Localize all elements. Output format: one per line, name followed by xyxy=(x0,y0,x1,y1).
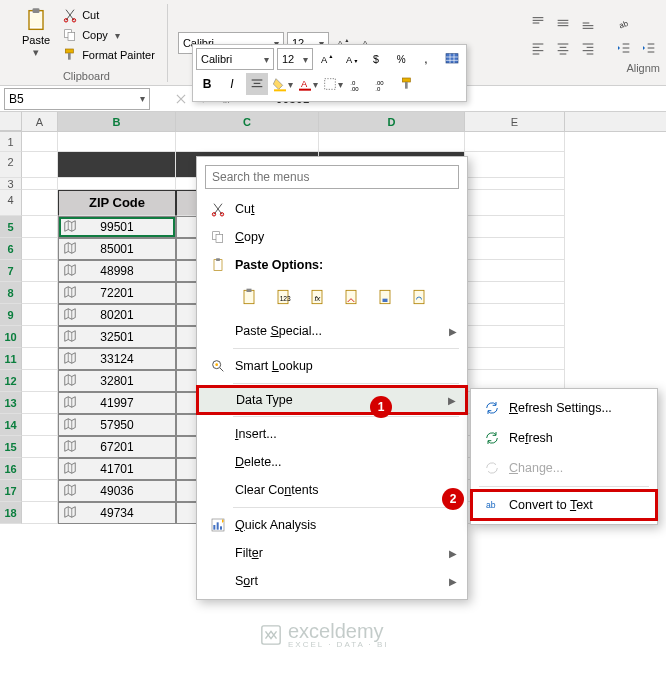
col-header[interactable]: D xyxy=(319,112,465,131)
mini-increase-decimal-icon[interactable]: .0.00 xyxy=(346,73,368,95)
geography-icon xyxy=(63,481,77,501)
align-left-icon[interactable] xyxy=(527,37,549,59)
copy-button[interactable]: Copy▾ xyxy=(58,26,159,44)
context-search-input[interactable] xyxy=(205,165,459,189)
svg-text:$: $ xyxy=(373,53,379,65)
cancel-icon[interactable] xyxy=(174,92,188,106)
paste-icon[interactable] xyxy=(235,283,263,311)
alignment-group-label: Alignm xyxy=(527,62,660,74)
sub-refresh[interactable]: Refresh xyxy=(471,423,657,453)
mini-italic-icon[interactable]: I xyxy=(221,73,243,95)
zip-cell[interactable]: 57950 xyxy=(58,414,176,436)
align-top-icon[interactable] xyxy=(527,12,549,34)
zip-cell[interactable]: 41701 xyxy=(58,458,176,480)
mini-font-size[interactable]: 12▾ xyxy=(277,48,313,70)
svg-rect-7 xyxy=(65,49,73,53)
paste-formulas-icon[interactable]: fx xyxy=(303,283,331,311)
mini-fill-color-icon[interactable]: ▾ xyxy=(271,73,293,95)
geography-icon xyxy=(63,503,77,523)
mini-decrease-decimal-icon[interactable]: .00.0 xyxy=(371,73,393,95)
svg-text:,: , xyxy=(424,52,427,66)
mini-comma-icon[interactable]: , xyxy=(416,48,438,70)
ctx-delete[interactable]: Delete... xyxy=(197,448,467,476)
mini-bold-icon[interactable]: B xyxy=(196,73,218,95)
svg-rect-36 xyxy=(216,234,223,242)
clipboard-group-label: Clipboard xyxy=(14,70,159,82)
svg-text:123: 123 xyxy=(280,295,291,302)
svg-point-33 xyxy=(212,213,215,216)
geography-icon xyxy=(63,261,77,281)
ctx-paste-special[interactable]: Paste Special...▶ xyxy=(197,317,467,345)
geography-icon xyxy=(63,283,77,303)
ctx-data-type[interactable]: Data Type▶ xyxy=(197,386,467,414)
name-box[interactable]: B5▾ xyxy=(4,88,150,110)
mini-table-icon[interactable] xyxy=(441,48,463,70)
mini-format-painter-icon[interactable] xyxy=(396,73,418,95)
ctx-sort[interactable]: Sort▶ xyxy=(197,567,467,595)
ctx-smart-lookup[interactable]: Smart Lookup xyxy=(197,352,467,380)
svg-text:A: A xyxy=(346,55,353,65)
col-header[interactable]: B xyxy=(58,112,176,131)
ctx-quick-analysis[interactable]: Quick Analysis xyxy=(197,511,467,539)
sub-refresh-settings[interactable]: Refresh Settings... xyxy=(471,393,657,423)
zip-cell[interactable]: 99501 xyxy=(58,216,176,238)
svg-rect-56 xyxy=(262,625,280,643)
svg-text:ab: ab xyxy=(486,500,496,510)
ctx-cut[interactable]: Cut xyxy=(197,195,467,223)
ctx-insert[interactable]: Insert... xyxy=(197,420,467,448)
col-header[interactable]: C xyxy=(176,112,319,131)
align-middle-icon[interactable] xyxy=(552,12,574,34)
svg-rect-25 xyxy=(324,79,335,90)
zip-cell[interactable]: 80201 xyxy=(58,304,176,326)
zip-cell[interactable]: 48998 xyxy=(58,260,176,282)
zip-cell[interactable]: 49734 xyxy=(58,502,176,524)
mini-borders-icon[interactable]: ▾ xyxy=(321,73,343,95)
cut-button[interactable]: Cut xyxy=(58,6,159,24)
mini-accounting-icon[interactable]: $ xyxy=(366,48,388,70)
ctx-copy[interactable]: Copy xyxy=(197,223,467,251)
zip-cell[interactable]: 49036 xyxy=(58,480,176,502)
svg-rect-30 xyxy=(402,78,410,82)
increase-indent-icon[interactable] xyxy=(638,37,660,59)
col-header[interactable]: E xyxy=(465,112,565,131)
mini-percent-icon[interactable]: % xyxy=(391,48,413,70)
ctx-filter[interactable]: Filter▶ xyxy=(197,539,467,567)
svg-rect-53 xyxy=(217,522,219,529)
svg-rect-47 xyxy=(383,299,388,302)
format-painter-button[interactable]: Format Painter xyxy=(58,46,159,64)
mini-increase-font-icon[interactable]: A▲ xyxy=(316,48,338,70)
svg-rect-40 xyxy=(247,289,252,292)
mini-font-color-icon[interactable]: A▾ xyxy=(296,73,318,95)
geography-icon xyxy=(63,239,77,259)
zip-cell[interactable]: 85001 xyxy=(58,238,176,260)
col-header[interactable]: A xyxy=(22,112,58,131)
zip-cell[interactable]: 67201 xyxy=(58,436,176,458)
mini-font-name[interactable]: Calibri▾ xyxy=(196,48,274,70)
svg-text:ab: ab xyxy=(618,19,630,31)
paste-values-icon[interactable]: 123 xyxy=(269,283,297,311)
zip-cell[interactable]: 33124 xyxy=(58,348,176,370)
zip-cell[interactable]: 32801 xyxy=(58,370,176,392)
zip-cell[interactable]: 72201 xyxy=(58,282,176,304)
svg-rect-2 xyxy=(30,13,42,27)
sub-convert-to-text[interactable]: ab Convert to Text xyxy=(471,490,657,520)
align-center-icon[interactable] xyxy=(552,37,574,59)
paste-link-icon[interactable] xyxy=(405,283,433,311)
mini-align-center-icon[interactable] xyxy=(246,73,268,95)
geography-icon xyxy=(63,393,77,413)
paste-transpose-icon[interactable] xyxy=(337,283,365,311)
watermark: exceldemy EXCEL · DATA · BI xyxy=(260,620,389,649)
paste-button[interactable]: Paste ▾ xyxy=(14,4,58,64)
geography-icon xyxy=(63,437,77,457)
mini-toolbar: Calibri▾ 12▾ A▲ A▼ $ % , B I ▾ A▾ ▾ .0.0… xyxy=(192,44,467,102)
zip-cell[interactable]: 32501 xyxy=(58,326,176,348)
svg-rect-37 xyxy=(214,260,222,271)
decrease-indent-icon[interactable] xyxy=(613,37,635,59)
paste-formatting-icon[interactable] xyxy=(371,283,399,311)
align-bottom-icon[interactable] xyxy=(577,12,599,34)
mini-decrease-font-icon[interactable]: A▼ xyxy=(341,48,363,70)
zip-cell[interactable]: 41997 xyxy=(58,392,176,414)
align-right-icon[interactable] xyxy=(577,37,599,59)
orientation-icon[interactable]: ab xyxy=(613,12,635,34)
ctx-clear-contents[interactable]: Clear Contents xyxy=(197,476,467,504)
